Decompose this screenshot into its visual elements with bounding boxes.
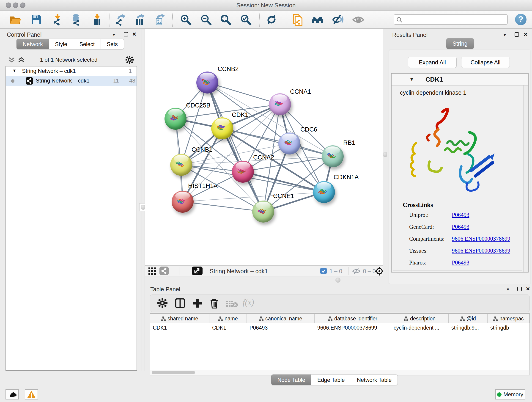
right-splitter[interactable] [383,29,387,284]
column-header-description[interactable]: description [391,314,449,323]
column-header-namespac[interactable]: namespac [488,314,530,323]
network-node-CCNA1[interactable] [269,93,291,115]
memory-button[interactable]: Memory [495,389,525,400]
column-header-database-identifier[interactable]: database identifier [315,314,391,323]
add-column-icon[interactable] [192,298,203,309]
tab-select[interactable]: Select [73,39,101,49]
tab-string-results[interactable]: String [446,38,474,49]
crosslink-link[interactable]: P06493 [452,224,469,230]
network-row-selected[interactable]: String Network – cdk1 11 48 [6,76,137,86]
delete-icon[interactable] [209,298,219,309]
search-input[interactable] [405,15,505,24]
tab-network-table[interactable]: Network Table [351,375,398,385]
zoom-in-icon[interactable] [180,14,192,26]
zoom-fit-icon[interactable] [220,14,232,26]
column-header-name[interactable]: name [209,314,247,323]
tab-node-table[interactable]: Node Table [271,375,311,385]
table-panel-float-icon[interactable] [517,287,522,291]
network-node-CCNB2[interactable] [196,71,218,94]
export-table-icon[interactable] [134,14,146,26]
zoom-out-icon[interactable] [200,14,212,26]
left-splitter[interactable] [142,29,145,371]
table-panel-close-icon[interactable]: × [526,287,530,291]
network-node-RB1[interactable] [322,145,344,167]
network-node-CDK1[interactable] [211,117,233,139]
current-network-dot-icon [11,79,14,83]
table-row[interactable]: CDK1CDK1P064939606.ENSP00000378699cyclin… [150,323,530,332]
network-edge[interactable] [183,202,263,211]
scrollbar-thumb[interactable] [152,371,195,374]
tab-network[interactable]: Network [17,39,49,49]
save-session-icon[interactable] [30,14,42,26]
tab-style[interactable]: Style [49,39,73,49]
column-header-shared-name[interactable]: shared name [150,314,209,323]
results-panel-float-icon[interactable] [515,32,519,37]
right-splitter-handle[interactable] [383,152,388,157]
results-panel-menu-icon[interactable]: ▾ [504,32,506,38]
tab-sets[interactable]: Sets [101,39,124,49]
import-network-database-icon[interactable] [70,14,82,26]
card-scrollbar[interactable] [524,85,528,272]
crosslink-link[interactable]: 9606.ENSP00000378699 [452,248,510,254]
card-collapse-triangle-icon[interactable]: ▼ [409,77,414,82]
tab-edge-table[interactable]: Edge Table [311,375,351,385]
network-node-CDC6[interactable] [278,133,300,154]
results-panel-close-icon[interactable]: × [524,32,527,36]
import-network-file-icon[interactable] [51,14,63,26]
network-node-CCNA2[interactable] [232,161,254,183]
table-panel-menu-icon[interactable]: ▾ [507,287,509,292]
navbar-separator [179,267,179,275]
network-view[interactable]: CCNB2CCNA1CDC25BCDK1CDC6RB1CCNB1CCNA2CDK… [145,29,383,265]
expand-all-button[interactable]: Expand All [408,57,457,68]
export-image-icon[interactable] [153,14,165,26]
network-table-splitter-handle[interactable] [336,278,341,283]
network-node-CDKN1A[interactable] [313,181,335,203]
selected-elements-checkbox-icon[interactable] [320,268,327,274]
export-network-icon[interactable] [114,14,127,26]
selected-node-edge-counts: 1 – 0 [329,268,342,274]
crosslink-link[interactable]: 9606.ENSP00000378699 [452,236,510,242]
zoom-selected-icon[interactable] [240,14,252,26]
network-node-CCNE1[interactable] [252,201,274,223]
network-node-HIST1H1A[interactable] [172,191,194,213]
network-node-CDC25B[interactable] [165,108,186,130]
import-table-file-icon[interactable] [91,14,103,26]
network-node-CCNB1[interactable] [170,154,192,176]
column-header-canonical-name[interactable]: canonical name [247,314,315,323]
home-icon[interactable] [312,14,323,26]
network-edge[interactable] [183,192,324,202]
node-table: shared namenamecanonical namedatabase id… [150,313,530,370]
share-document-icon[interactable] [292,14,304,26]
network-table-splitter[interactable] [145,276,383,284]
fit-content-crosshair-icon[interactable] [375,267,384,277]
crosslink-link[interactable]: P06493 [452,259,469,266]
refresh-icon[interactable] [266,14,278,26]
crosslink-row: Pharos:P06493 [393,257,522,269]
table-toolbar: f(x) [150,294,530,312]
network-edge[interactable] [207,83,280,104]
control-panel-menu-icon[interactable]: ▾ [113,32,115,37]
control-panel-close-icon[interactable]: × [133,32,136,36]
toolbar-separator [287,13,287,27]
warnings-button[interactable] [25,389,38,400]
collapse-all-button[interactable]: Collapse All [461,57,510,68]
control-panel-float-icon[interactable] [124,32,128,36]
help-icon[interactable]: ? [515,14,526,25]
network-collection-row[interactable]: ▼ String Network – cdk1 1 [6,66,137,76]
hide-glasses-icon[interactable] [332,14,344,26]
network-options-gear-icon[interactable] [126,56,134,65]
crosslink-link[interactable]: P06493 [452,212,469,218]
network-edge[interactable] [207,83,263,211]
column-header--id[interactable]: @id [449,314,488,323]
open-view-window-icon[interactable] [192,267,203,275]
show-eye-icon[interactable] [352,14,364,26]
show-columns-icon[interactable] [175,298,185,309]
cloud-status-button[interactable] [6,389,19,400]
collapse-all-networks-icon[interactable] [8,57,15,64]
open-session-icon[interactable] [9,14,21,26]
birdseye-grid-icon[interactable] [148,268,156,276]
table-settings-gear-icon[interactable] [157,298,167,309]
string-view-icon[interactable] [159,267,169,275]
network-node-label: RB1 [343,139,355,147]
collapse-triangle-icon[interactable]: ▼ [12,68,17,73]
